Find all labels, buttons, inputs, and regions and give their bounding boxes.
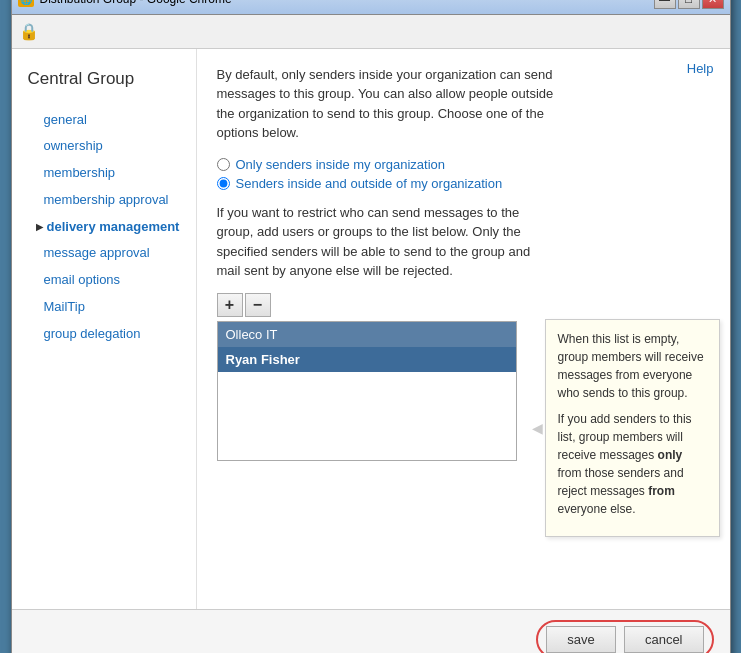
sidebar-item-group-delegation[interactable]: group delegation	[28, 321, 180, 348]
radio-inside-only-input[interactable]	[217, 158, 230, 171]
sidebar-item-label: membership	[44, 163, 116, 184]
sidebar-item-delivery-management[interactable]: delivery management	[28, 214, 180, 241]
sidebar-item-general[interactable]: general	[28, 107, 180, 134]
sidebar-item-ownership[interactable]: ownership	[28, 133, 180, 160]
title-bar-buttons: — □ ✕	[654, 0, 724, 9]
tooltip-box: When this list is empty, group members w…	[545, 319, 720, 537]
list-item[interactable]: Olleco IT	[218, 322, 516, 347]
radio-inside-only-label: Only senders inside my organization	[236, 157, 446, 172]
remove-sender-button[interactable]: −	[245, 293, 271, 317]
sidebar-item-mail-tip[interactable]: MailTip	[28, 294, 180, 321]
sidebar-item-label: membership approval	[44, 190, 169, 211]
list-item[interactable]: Ryan Fisher	[218, 347, 516, 372]
radio-group: Only senders inside my organization Send…	[217, 157, 710, 191]
main-content: Help By default, only senders inside you…	[197, 49, 730, 609]
close-button[interactable]: ✕	[702, 0, 724, 9]
sidebar-item-label: general	[44, 110, 87, 131]
sidebar-item-label: group delegation	[44, 324, 141, 345]
radio-inside-outside-input[interactable]	[217, 177, 230, 190]
main-window: 🌐 Distribution Group - Google Chrome — □…	[11, 0, 731, 653]
restrict-text: If you want to restrict who can send mes…	[217, 203, 557, 281]
tooltip-only-bold: only	[658, 448, 683, 462]
maximize-button[interactable]: □	[678, 0, 700, 9]
sidebar-item-label: message approval	[44, 243, 150, 264]
description-text: By default, only senders inside your org…	[217, 65, 557, 143]
sidebar-item-label: delivery management	[47, 217, 180, 238]
list-toolbar: + −	[217, 293, 710, 317]
sidebar-item-label: email options	[44, 270, 121, 291]
sidebar-item-membership-approval[interactable]: membership approval	[28, 187, 180, 214]
lock-icon: 🔒	[20, 21, 38, 41]
sidebar: Central Group general ownership membersh…	[12, 49, 197, 609]
sidebar-item-message-approval[interactable]: message approval	[28, 240, 180, 267]
sidebar-item-label: ownership	[44, 136, 103, 157]
save-button[interactable]: save	[546, 626, 616, 653]
radio-inside-outside[interactable]: Senders inside and outside of my organiz…	[217, 176, 710, 191]
tooltip-from-bold: from	[648, 484, 675, 498]
title-bar: 🌐 Distribution Group - Google Chrome — □…	[12, 0, 730, 15]
sidebar-item-membership[interactable]: membership	[28, 160, 180, 187]
window-title: Distribution Group - Google Chrome	[40, 0, 232, 6]
radio-inside-outside-label: Senders inside and outside of my organiz…	[236, 176, 503, 191]
title-bar-left: 🌐 Distribution Group - Google Chrome	[18, 0, 232, 7]
minimize-button[interactable]: —	[654, 0, 676, 9]
cancel-button[interactable]: cancel	[624, 626, 704, 653]
tooltip-part1: When this list is empty, group members w…	[558, 330, 707, 402]
sidebar-item-email-options[interactable]: email options	[28, 267, 180, 294]
content-area: Central Group general ownership membersh…	[12, 49, 730, 609]
help-link[interactable]: Help	[687, 61, 714, 76]
tooltip-part2: If you add senders to this list, group m…	[558, 410, 707, 518]
radio-inside-only[interactable]: Only senders inside my organization	[217, 157, 710, 172]
toolbar: 🔒	[12, 15, 730, 49]
sidebar-title: Central Group	[28, 69, 180, 89]
bottom-buttons-wrapper: save cancel	[536, 620, 714, 654]
add-sender-button[interactable]: +	[217, 293, 243, 317]
sidebar-item-label: MailTip	[44, 297, 85, 318]
bottom-bar: save cancel	[12, 609, 730, 654]
senders-list: Olleco IT Ryan Fisher	[217, 321, 517, 461]
app-icon: 🌐	[18, 0, 34, 7]
